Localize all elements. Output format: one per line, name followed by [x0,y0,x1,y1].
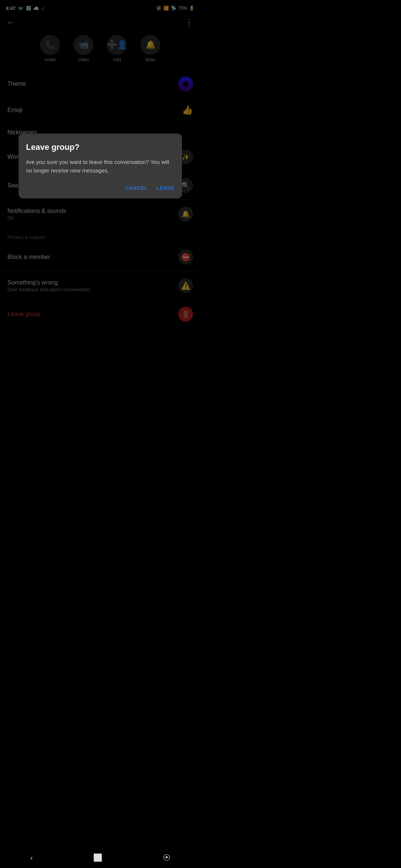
leave-group-dialog: Leave group? Are you sure you want to le… [19,134,182,198]
modal-title: Leave group? [26,142,175,152]
modal-actions: CANCEL LEAVE [26,184,175,193]
modal-body: Are you sure you want to leave this conv… [26,158,175,175]
cancel-button[interactable]: CANCEL [125,184,148,193]
modal-overlay: Leave group? Are you sure you want to le… [0,0,200,434]
leave-button[interactable]: LEAVE [157,184,175,193]
